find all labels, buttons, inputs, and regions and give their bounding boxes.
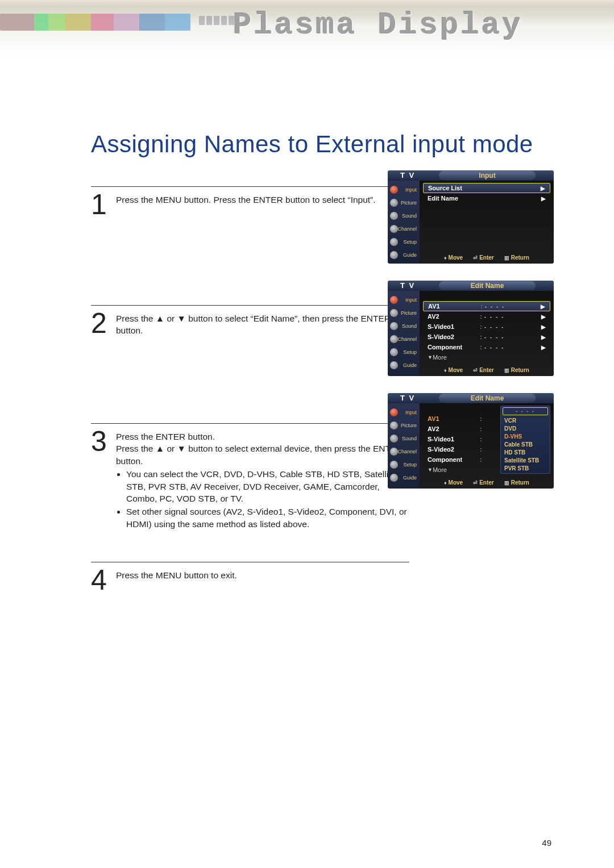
osd-row-svideo2[interactable]: S-Video2:- - - -▶ — [423, 332, 550, 342]
banner-color-stripe — [0, 14, 190, 31]
guide-icon — [390, 361, 398, 369]
device-name-dropdown[interactable]: - - - - VCR DVD D-VHS Cable STB HD STB S… — [500, 406, 550, 474]
dropdown-item-dvd[interactable]: DVD — [501, 424, 550, 432]
dropdown-item-vcr[interactable]: VCR — [501, 416, 550, 424]
picture-icon — [390, 422, 398, 429]
hint-move: ♦Move — [444, 479, 463, 486]
osd-side-channel[interactable]: Channel — [388, 222, 420, 235]
hint-return: ▥Return — [504, 254, 529, 261]
chevron-right-icon: ▶ — [541, 303, 545, 310]
chevron-right-icon: ▶ — [541, 324, 546, 330]
step-text-line: Press the ENTER button. Press the ▲ or ▼… — [116, 431, 409, 467]
chevron-right-icon: ▶ — [541, 185, 545, 191]
picture-icon — [390, 309, 398, 317]
channel-icon — [390, 448, 398, 456]
step-number: 4 — [91, 566, 116, 594]
osd-row-edit-name[interactable]: Edit Name▶ — [423, 193, 550, 203]
osd-row-more[interactable]: More — [423, 352, 550, 362]
osd-side-picture[interactable]: Picture — [388, 419, 420, 432]
channel-icon — [390, 225, 398, 233]
step-number: 1 — [91, 190, 116, 219]
osd-tab-title: Input — [439, 171, 536, 180]
sound-icon — [390, 212, 398, 220]
setup-icon — [390, 238, 398, 246]
guide-icon — [390, 474, 398, 482]
step-bullet: Set other signal sources (AV2, S-Video1,… — [126, 506, 409, 530]
updown-icon: ♦ — [444, 368, 447, 373]
osd-sidebar: Input Picture Sound Channel Setup Guide — [388, 181, 420, 264]
osd-side-input[interactable]: Input — [388, 406, 420, 419]
osd-side-guide[interactable]: Guide — [388, 358, 420, 372]
osd-row-av2[interactable]: AV2:- - - -▶ — [423, 311, 550, 322]
step-text: Press the MENU button. Press the ENTER b… — [116, 190, 409, 219]
setup-icon — [390, 348, 398, 356]
updown-icon: ♦ — [444, 480, 447, 486]
page-banner: Plasma Display — [0, 0, 614, 57]
osd-sidebar: Input Picture Sound Channel Setup Guide — [388, 291, 420, 376]
osd-side-guide[interactable]: Guide — [388, 248, 420, 261]
osd-tab-title: Edit Name — [439, 394, 536, 403]
osd-side-sound[interactable]: Sound — [388, 319, 420, 332]
osd-screenshots-column: T V Input Input Picture Sound Channel Se… — [388, 170, 554, 506]
dropdown-item-cable-stb[interactable]: Cable STB — [501, 440, 550, 448]
osd-side-input[interactable]: Input — [388, 183, 420, 196]
step-3: 3 Press the ENTER button. Press the ▲ or… — [91, 423, 409, 550]
osd-menu-edit-name: T V Edit Name Input Picture Sound Channe… — [388, 281, 554, 376]
banner-boxes-decor — [199, 16, 234, 25]
osd-side-input[interactable]: Input — [388, 293, 420, 306]
return-icon: ▥ — [504, 255, 509, 261]
return-icon: ▥ — [504, 368, 509, 373]
osd-sidebar: Input Picture Sound Channel Setup Guide — [388, 403, 420, 489]
chevron-right-icon: ▶ — [541, 195, 546, 202]
osd-row-av1[interactable]: AV1:- - - -▶ — [423, 301, 550, 311]
enter-icon: ⏎ — [473, 368, 478, 373]
step-bullets: You can select the VCR, DVD, D-VHS, Cabl… — [116, 468, 409, 530]
osd-side-guide[interactable]: Guide — [388, 471, 420, 484]
osd-row-source-list[interactable]: Source List▶ — [423, 183, 550, 193]
step-text: Press the MENU button to exit. — [116, 566, 409, 594]
hint-enter: ⏎Enter — [473, 367, 494, 373]
step-number: 2 — [91, 309, 116, 337]
steps-list: 1 Press the MENU button. Press the ENTER… — [91, 186, 409, 614]
osd-footer-hints: ♦Move ⏎Enter ▥Return — [420, 365, 554, 375]
osd-side-picture[interactable]: Picture — [388, 306, 420, 319]
updown-icon: ♦ — [444, 255, 447, 261]
osd-side-setup[interactable]: Setup — [388, 458, 420, 471]
osd-side-channel[interactable]: Channel — [388, 332, 420, 345]
dropdown-item-hd-stb[interactable]: HD STB — [501, 448, 550, 456]
sound-icon — [390, 322, 398, 330]
step-4: 4 Press the MENU button to exit. — [91, 562, 409, 614]
osd-side-channel[interactable]: Channel — [388, 445, 420, 458]
step-text: Press the ▲ or ▼ button to select “Edit … — [116, 309, 409, 337]
chevron-right-icon: ▶ — [541, 344, 546, 350]
osd-tv-label: T V — [400, 171, 415, 180]
input-icon — [390, 296, 398, 304]
hint-return: ▥Return — [504, 367, 529, 373]
osd-side-sound[interactable]: Sound — [388, 209, 420, 222]
osd-footer-hints: ♦Move ⏎Enter ▥Return — [420, 477, 554, 487]
osd-side-sound[interactable]: Sound — [388, 432, 420, 445]
dropdown-item-dvhs[interactable]: D-VHS — [501, 432, 550, 440]
hint-return: ▥Return — [504, 479, 529, 486]
return-icon: ▥ — [504, 480, 509, 486]
page-title: Assigning Names to External input mode — [91, 131, 551, 158]
chevron-right-icon: ▶ — [541, 314, 546, 320]
step-1: 1 Press the MENU button. Press the ENTER… — [91, 186, 409, 238]
page-number: 49 — [542, 838, 551, 848]
osd-row-svideo1[interactable]: S-Video1:- - - -▶ — [423, 322, 550, 332]
banner-title: Plasma Display — [233, 8, 523, 43]
hint-enter: ⏎Enter — [473, 479, 494, 486]
dropdown-item-satellite-stb[interactable]: Satellite STB — [501, 456, 550, 464]
sound-icon — [390, 435, 398, 443]
picture-icon — [390, 199, 398, 207]
osd-side-setup[interactable]: Setup — [388, 235, 420, 248]
osd-menu-input: T V Input Input Picture Sound Channel Se… — [388, 170, 554, 264]
dropdown-item-pvr-stb[interactable]: PVR STB — [501, 464, 550, 472]
osd-row-component[interactable]: Component:- - - -▶ — [423, 342, 550, 352]
chevron-right-icon: ▶ — [541, 334, 546, 340]
osd-side-setup[interactable]: Setup — [388, 345, 420, 358]
step-text: Press the ENTER button. Press the ▲ or ▼… — [116, 427, 409, 531]
dropdown-selected[interactable]: - - - - — [503, 407, 548, 415]
osd-side-picture[interactable]: Picture — [388, 196, 420, 209]
step-bullet: You can select the VCR, DVD, D-VHS, Cabl… — [126, 468, 409, 504]
